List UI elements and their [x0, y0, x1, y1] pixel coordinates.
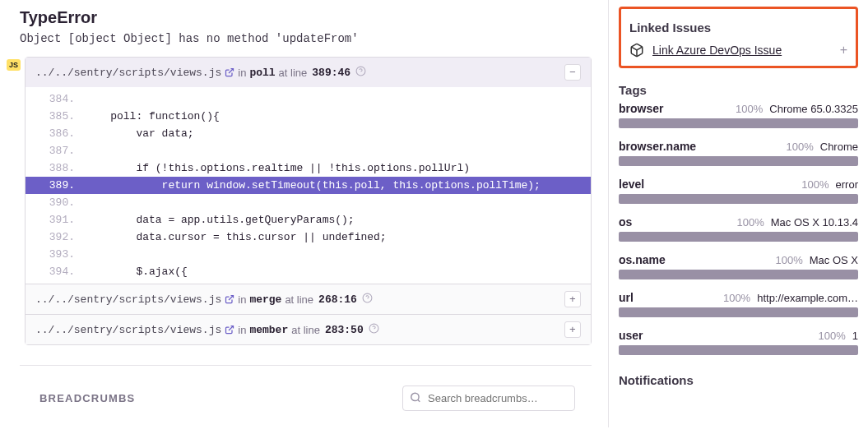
tag-percent: 100%	[819, 330, 846, 342]
tag-name: os	[619, 215, 632, 229]
tag-bar	[619, 118, 858, 128]
tag-value: http://example.com…	[757, 292, 858, 304]
frame-path: ../../sentry/scripts/views.js	[35, 324, 221, 336]
stack-frame-header[interactable]: ../../sentry/scripts/views.js in poll at…	[26, 58, 591, 87]
code-content: return window.setTimeout(this.poll, this…	[85, 179, 541, 192]
code-line: 390.	[26, 194, 591, 211]
code-line: 393.	[26, 246, 591, 263]
tag-row[interactable]: browser.name100%Chrome	[619, 140, 858, 166]
tag-name: user	[619, 329, 643, 342]
tag-row[interactable]: os100%Mac OS X 10.13.4	[619, 215, 858, 242]
tag-percent: 100%	[776, 254, 803, 266]
tag-percent: 100%	[736, 103, 763, 115]
frame-line: 389:46	[312, 67, 350, 79]
frame-function: member	[249, 324, 288, 336]
tag-name: browser.name	[619, 140, 696, 153]
tag-row[interactable]: user100%1	[619, 329, 858, 355]
tag-row[interactable]: browser100%Chrome 65.0.3325	[619, 102, 858, 128]
tag-name: level	[619, 178, 644, 191]
tag-bar	[619, 345, 858, 355]
tag-value: Chrome 65.0.3325	[769, 103, 858, 115]
tag-row[interactable]: url100%http://example.com…	[619, 291, 858, 317]
line-number: 391.	[26, 214, 85, 226]
line-number: 390.	[26, 196, 85, 209]
frame-function: poll	[249, 67, 275, 79]
line-number: 394.	[26, 265, 85, 278]
tag-bar	[619, 156, 858, 166]
code-content: var data;	[85, 127, 194, 140]
svg-line-6	[229, 326, 234, 331]
help-icon[interactable]	[362, 293, 373, 307]
line-number: 384.	[26, 93, 85, 105]
external-link-icon[interactable]	[225, 325, 234, 335]
at-line-label: at line	[291, 324, 320, 336]
link-issue-row[interactable]: Link Azure DevOps Issue +	[629, 39, 847, 58]
expand-button[interactable]: +	[564, 291, 581, 307]
code-line: 388. if (!this.options.realtime || !this…	[26, 159, 591, 177]
tag-percent: 100%	[787, 141, 814, 153]
line-number: 393.	[26, 248, 85, 261]
tag-value: Mac OS X 10.13.4	[771, 216, 858, 229]
code-line: 392. data.cursor = this.cursor || undefi…	[26, 229, 591, 246]
line-number: 389.	[26, 179, 85, 192]
linked-issues-box: Linked Issues Link Azure DevOps Issue +	[619, 7, 858, 68]
in-label: in	[238, 324, 246, 336]
tag-row[interactable]: level100%error	[619, 178, 858, 204]
svg-line-3	[229, 296, 234, 301]
code-content: poll: function(){	[85, 110, 220, 122]
code-content: if (!this.options.realtime || !this.opti…	[85, 162, 470, 174]
tag-bar	[619, 270, 858, 279]
code-content: data = app.utils.getQueryParams();	[85, 214, 355, 226]
tag-percent: 100%	[723, 292, 750, 304]
line-number: 386.	[26, 127, 85, 140]
external-link-icon[interactable]	[225, 294, 234, 304]
search-icon	[410, 391, 421, 405]
collapse-button[interactable]: −	[564, 64, 581, 81]
code-context: 384.385. poll: function(){386. var data;…	[26, 87, 591, 284]
svg-point-9	[411, 393, 419, 400]
code-line: 386. var data;	[26, 125, 591, 142]
tag-value: 1	[852, 330, 858, 342]
svg-line-0	[229, 69, 234, 74]
plus-icon[interactable]: +	[840, 43, 847, 58]
frame-line: 283:50	[325, 324, 364, 336]
in-label: in	[238, 293, 246, 306]
help-icon[interactable]	[369, 323, 379, 337]
stack-trace: ../../sentry/scripts/views.js in poll at…	[25, 57, 592, 345]
external-link-icon[interactable]	[225, 67, 234, 77]
frame-line: 268:16	[318, 293, 357, 306]
frame-path: ../../sentry/scripts/views.js	[35, 293, 221, 306]
tag-value: error	[836, 178, 858, 191]
code-line: 385. poll: function(){	[26, 108, 591, 125]
in-label: in	[238, 67, 246, 79]
linked-issues-title: Linked Issues	[629, 14, 847, 39]
link-azure-devops-link[interactable]: Link Azure DevOps Issue	[652, 44, 782, 57]
error-title: TypeError	[20, 8, 592, 27]
code-line: 387.	[26, 142, 591, 159]
js-badge: JS	[7, 59, 21, 71]
tag-value: Chrome	[820, 141, 858, 153]
expand-button[interactable]: +	[564, 321, 581, 338]
help-icon[interactable]	[355, 66, 366, 80]
line-number: 385.	[26, 110, 85, 122]
notifications-title: Notifications	[619, 367, 858, 392]
stack-frame-header[interactable]: ../../sentry/scripts/views.js in merge a…	[26, 284, 591, 314]
frame-path: ../../sentry/scripts/views.js	[35, 67, 221, 79]
breadcrumbs-title: BREADCRUMBS	[39, 392, 135, 404]
svg-line-10	[418, 399, 420, 402]
tag-row[interactable]: os.name100%Mac OS X	[619, 253, 858, 279]
error-description: Object [object Object] has no method 'up…	[20, 32, 592, 45]
tags-title: Tags	[619, 76, 858, 102]
at-line-label: at line	[285, 293, 313, 306]
code-line: 394. $.ajax({	[26, 263, 591, 280]
at-line-label: at line	[279, 67, 308, 79]
stack-frame-header[interactable]: ../../sentry/scripts/views.js in member …	[26, 314, 591, 344]
tag-value: Mac OS X	[810, 254, 858, 266]
search-breadcrumbs-input[interactable]	[402, 386, 575, 411]
line-number: 392.	[26, 231, 85, 243]
tag-name: os.name	[619, 253, 666, 266]
code-content: data.cursor = this.cursor || undefined;	[85, 231, 387, 243]
tag-percent: 100%	[801, 178, 829, 191]
cube-icon	[629, 43, 644, 58]
tag-name: url	[619, 291, 634, 304]
